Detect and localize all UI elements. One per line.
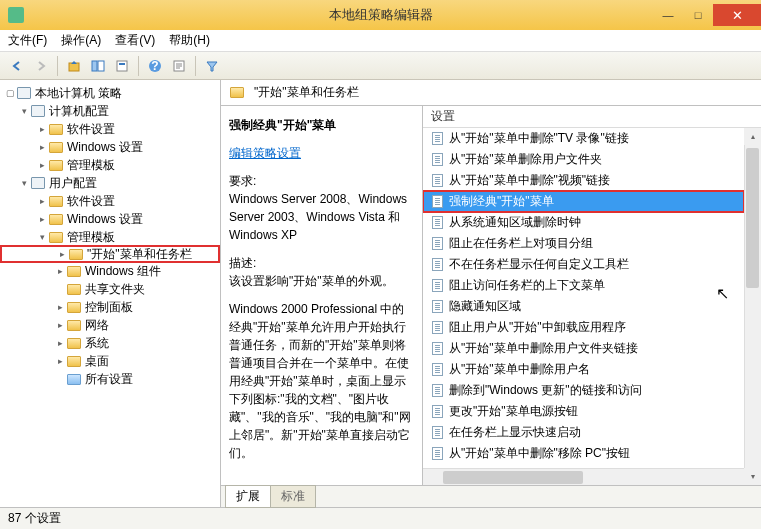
horizontal-scrollbar[interactable] xyxy=(423,468,744,485)
help-button[interactable]: ? xyxy=(144,55,166,77)
expand-icon[interactable]: ▸ xyxy=(54,320,66,330)
expand-icon[interactable]: ▢ xyxy=(4,88,16,98)
svg-rect-1 xyxy=(92,61,97,71)
folder-icon xyxy=(66,372,82,386)
expand-icon[interactable]: ▸ xyxy=(36,160,48,170)
list-item[interactable]: 阻止在任务栏上对项目分组 xyxy=(423,233,744,254)
up-button[interactable] xyxy=(63,55,85,77)
user-icon xyxy=(30,176,46,190)
policy-icon xyxy=(429,153,445,167)
minimize-button[interactable]: — xyxy=(653,4,683,26)
tabs-bar: 扩展 标准 xyxy=(221,485,761,507)
tree-u-soft[interactable]: 软件设置 xyxy=(67,193,115,210)
tree-computer-config[interactable]: 计算机配置 xyxy=(49,103,109,120)
tree-shared[interactable]: 共享文件夹 xyxy=(85,281,145,298)
tree-sys[interactable]: 系统 xyxy=(85,335,109,352)
policy-icon xyxy=(429,195,445,209)
tree-u-admin[interactable]: 管理模板 xyxy=(67,229,115,246)
tree-start-menu[interactable]: "开始"菜单和任务栏 xyxy=(87,246,192,263)
tree-root[interactable]: 本地计算机 策略 xyxy=(35,85,122,102)
edit-policy-link[interactable]: 编辑策略设置 xyxy=(229,146,301,160)
tree-c-soft[interactable]: 软件设置 xyxy=(67,121,115,138)
expand-icon[interactable]: ▸ xyxy=(36,214,48,224)
export-button[interactable] xyxy=(168,55,190,77)
policy-icon xyxy=(429,426,445,440)
tree-user-config[interactable]: 用户配置 xyxy=(49,175,97,192)
list-item[interactable]: 不在任务栏显示任何自定义工具栏 xyxy=(423,254,744,275)
vertical-scrollbar[interactable]: ▴ ▾ xyxy=(744,128,761,485)
menu-bar: 文件(F) 操作(A) 查看(V) 帮助(H) xyxy=(0,30,761,52)
list-item[interactable]: 从"开始"菜单删除用户文件夹 xyxy=(423,149,744,170)
list-item[interactable]: 更改"开始"菜单电源按钮 xyxy=(423,401,744,422)
scroll-up-icon[interactable]: ▴ xyxy=(744,128,761,145)
list-item[interactable]: 强制经典"开始"菜单 xyxy=(423,191,744,212)
expand-icon[interactable]: ▸ xyxy=(54,266,66,276)
filter-button[interactable] xyxy=(201,55,223,77)
list-item[interactable]: 从"开始"菜单中删除用户文件夹链接 xyxy=(423,338,744,359)
tab-extended[interactable]: 扩展 xyxy=(225,485,271,508)
folder-icon xyxy=(229,86,245,100)
expand-icon[interactable]: ▸ xyxy=(36,142,48,152)
list-item-label: 从"开始"菜单中删除"视频"链接 xyxy=(449,172,610,189)
menu-help[interactable]: 帮助(H) xyxy=(169,32,210,49)
tree-u-win[interactable]: Windows 设置 xyxy=(67,211,143,228)
maximize-button[interactable]: □ xyxy=(683,4,713,26)
list-item[interactable]: 在任务栏上显示快速启动 xyxy=(423,422,744,443)
folder-icon xyxy=(48,212,64,226)
menu-file[interactable]: 文件(F) xyxy=(8,32,47,49)
tree-win-comp[interactable]: Windows 组件 xyxy=(85,263,161,280)
column-header[interactable]: 设置 xyxy=(431,108,455,125)
expand-icon[interactable]: ▸ xyxy=(36,124,48,134)
svg-rect-2 xyxy=(98,61,104,71)
folder-icon xyxy=(66,318,82,332)
list-item-label: 从系统通知区域删除时钟 xyxy=(449,214,581,231)
folder-icon xyxy=(48,194,64,208)
hscroll-thumb[interactable] xyxy=(443,471,583,484)
show-hide-tree-button[interactable] xyxy=(87,55,109,77)
tree-c-admin[interactable]: 管理模板 xyxy=(67,157,115,174)
collapse-icon[interactable]: ▾ xyxy=(18,106,30,116)
list-item[interactable]: 从系统通知区域删除时钟 xyxy=(423,212,744,233)
svg-text:?: ? xyxy=(151,59,158,73)
list-item[interactable]: 从"开始"菜单中删除"TV 录像"链接 xyxy=(423,128,744,149)
expand-icon[interactable]: ▸ xyxy=(54,302,66,312)
folder-icon xyxy=(48,158,64,172)
scroll-thumb[interactable] xyxy=(746,148,759,288)
tree-net[interactable]: 网络 xyxy=(85,317,109,334)
scroll-down-icon[interactable]: ▾ xyxy=(744,468,761,485)
list-item-label: 阻止访问任务栏的上下文菜单 xyxy=(449,277,605,294)
expand-icon[interactable]: ▸ xyxy=(54,338,66,348)
list-header[interactable]: 设置 xyxy=(423,106,761,128)
list-item[interactable]: 从"开始"菜单中删除"移除 PC"按钮 xyxy=(423,443,744,464)
list-item-label: 从"开始"菜单删除用户文件夹 xyxy=(449,151,602,168)
policy-name: 强制经典"开始"菜单 xyxy=(229,116,414,134)
close-button[interactable]: ✕ xyxy=(713,4,761,26)
content-header: "开始"菜单和任务栏 xyxy=(221,80,761,106)
policy-icon xyxy=(429,174,445,188)
properties-button[interactable] xyxy=(111,55,133,77)
list-item[interactable]: 隐藏通知区域 xyxy=(423,296,744,317)
list-item[interactable]: 从"开始"菜单中删除用户名 xyxy=(423,359,744,380)
list-item-label: 强制经典"开始"菜单 xyxy=(449,193,554,210)
tree-c-win[interactable]: Windows 设置 xyxy=(67,139,143,156)
tree-cp[interactable]: 控制面板 xyxy=(85,299,133,316)
policy-icon xyxy=(429,279,445,293)
tree-all[interactable]: 所有设置 xyxy=(85,371,133,388)
back-button[interactable] xyxy=(6,55,28,77)
collapse-icon[interactable]: ▾ xyxy=(18,178,30,188)
menu-action[interactable]: 操作(A) xyxy=(61,32,101,49)
tree-desk[interactable]: 桌面 xyxy=(85,353,109,370)
list-item[interactable]: 阻止用户从"开始"中卸载应用程序 xyxy=(423,317,744,338)
collapse-icon[interactable]: ▾ xyxy=(36,232,48,242)
description-label: 描述: xyxy=(229,254,414,272)
expand-icon[interactable]: ▸ xyxy=(54,356,66,366)
menu-view[interactable]: 查看(V) xyxy=(115,32,155,49)
tree-pane[interactable]: ▢本地计算机 策略 ▾计算机配置 ▸软件设置 ▸Windows 设置 ▸管理模板… xyxy=(0,80,221,507)
tab-standard[interactable]: 标准 xyxy=(270,485,316,508)
list-item[interactable]: 从"开始"菜单中删除"视频"链接 xyxy=(423,170,744,191)
forward-button[interactable] xyxy=(30,55,52,77)
list-item[interactable]: 阻止访问任务栏的上下文菜单 xyxy=(423,275,744,296)
expand-icon[interactable]: ▸ xyxy=(56,249,68,259)
expand-icon[interactable]: ▸ xyxy=(36,196,48,206)
list-item[interactable]: 删除到"Windows 更新"的链接和访问 xyxy=(423,380,744,401)
